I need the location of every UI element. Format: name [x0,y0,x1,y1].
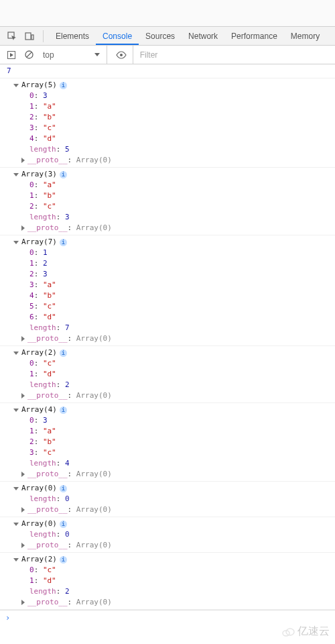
info-icon[interactable]: i [60,350,67,357]
array-length: length: 3 [29,212,332,223]
log-array: Array(0)ilength: 0__proto__: Array(0) [0,482,335,517]
array-proto[interactable]: __proto__: Array(0) [29,504,332,515]
array-item: 5: "c" [29,301,332,312]
array-proto[interactable]: __proto__: Array(0) [29,333,332,344]
tab-container: ElementsConsoleSourcesNetworkPerformance… [49,28,326,45]
array-header[interactable]: Array(3)i [13,169,332,180]
array-item: 0: "c" [29,358,332,369]
array-proto[interactable]: __proto__: Array(0) [29,597,332,608]
collapse-arrow-icon [21,507,25,513]
expand-arrow-icon [13,487,19,490]
array-label: Array(5) [21,80,57,89]
tab-network[interactable]: Network [182,28,224,45]
array-item: 1: "d" [29,369,332,380]
expand-arrow-icon [13,409,19,412]
array-body: length: 0__proto__: Array(0) [13,494,332,515]
log-array: Array(4)i0: 31: "a"2: "b"3: "c"length: 4… [0,403,335,482]
array-item: 1: 2 [29,258,332,269]
array-item: 3: "c" [29,447,332,458]
array-proto[interactable]: __proto__: Array(0) [29,155,332,166]
info-icon[interactable]: i [60,171,67,178]
array-item: 3: "c" [29,123,332,133]
info-icon[interactable]: i [60,485,67,492]
console-output: 7 Array(5)i0: 31: "a"2: "b"3: "c"4: "d"l… [0,64,335,610]
collapse-arrow-icon [21,543,25,548]
array-body: 0: "a"1: "b"2: "c"length: 3__proto__: Ar… [13,180,332,233]
array-body: 0: "c"1: "d"length: 2__proto__: Array(0) [13,565,332,608]
array-item: 4: "b" [29,290,332,301]
log-array: Array(2)i0: "c"1: "d"length: 2__proto__:… [0,346,335,403]
console-prompt[interactable]: › [0,610,335,625]
array-item: 2: "c" [29,201,332,212]
array-body: 0: 31: "a"2: "b"3: "c"4: "d"length: 5__p… [13,91,332,166]
chevron-down-icon [94,53,100,56]
collapse-arrow-icon [21,336,25,341]
array-proto[interactable]: __proto__: Array(0) [29,540,332,551]
array-header[interactable]: Array(4)i [13,405,332,415]
info-icon[interactable]: i [60,239,67,246]
array-length: length: 0 [29,494,332,504]
array-item: 4: "d" [29,133,332,144]
array-label: Array(3) [21,170,57,178]
clear-icon[interactable] [21,48,36,62]
array-header[interactable]: Array(0)i [13,519,332,529]
info-icon[interactable]: i [60,521,67,528]
watermark: 亿速云 [281,625,330,625]
array-header[interactable]: Array(2)i [13,554,332,565]
info-icon[interactable]: i [60,556,67,564]
array-item: 1: "d" [29,576,332,586]
svg-rect-1 [25,33,31,40]
tab-elements[interactable]: Elements [49,28,96,45]
array-proto[interactable]: __proto__: Array(0) [29,223,332,233]
tab-memory[interactable]: Memory [284,28,326,45]
info-icon[interactable]: i [60,82,67,89]
inspect-icon[interactable] [4,28,20,44]
divider [43,30,44,42]
log-array: Array(7)i0: 11: 22: 33: "a"4: "b"5: "c"6… [0,235,335,346]
collapse-arrow-icon [21,225,25,231]
array-proto[interactable]: __proto__: Array(0) [29,390,332,401]
tab-performance[interactable]: Performance [224,28,284,45]
expand-arrow-icon [13,523,19,526]
eye-icon[interactable] [114,48,129,62]
array-header[interactable]: Array(7)i [13,237,332,248]
array-label: Array(2) [21,555,57,564]
svg-rect-2 [31,35,34,40]
console-toolbar: top [0,46,335,64]
log-array: Array(2)i0: "c"1: "d"length: 2__proto__:… [0,553,335,610]
array-length: length: 0 [29,529,332,540]
array-length: length: 7 [29,323,332,333]
array-item: 1: "b" [29,191,332,201]
array-item: 0: 3 [29,415,332,426]
array-item: 2: "b" [29,437,332,447]
collapse-arrow-icon [21,472,25,477]
array-header[interactable]: Array(2)i [13,347,332,358]
device-icon[interactable] [21,28,38,44]
array-proto[interactable]: __proto__: Array(0) [29,469,332,480]
array-item: 6: "d" [29,312,332,323]
array-body: 0: 31: "a"2: "b"3: "c"length: 4__proto__… [13,415,332,480]
svg-line-5 [26,52,31,58]
array-item: 1: "a" [29,101,332,112]
context-selector[interactable]: top [39,46,107,64]
expand-arrow-icon [13,352,19,355]
collapse-arrow-icon [21,393,25,398]
array-item: 0: 3 [29,91,332,101]
array-label: Array(4) [21,405,57,414]
info-icon[interactable]: i [60,407,67,414]
array-header[interactable]: Array(0)i [13,483,332,494]
expand-arrow-icon [13,173,19,176]
array-length: length: 2 [29,586,332,597]
svg-point-6 [120,54,123,56]
array-length: length: 2 [29,380,332,390]
filter-input[interactable] [136,49,335,61]
array-item: 0: "c" [29,565,332,576]
play-icon[interactable] [4,48,19,62]
array-item: 2: "b" [29,112,332,123]
tab-console[interactable]: Console [96,28,139,45]
array-header[interactable]: Array(5)i [13,80,332,91]
window-titlebar [0,0,335,27]
array-label: Array(2) [21,348,57,357]
tab-sources[interactable]: Sources [139,28,182,45]
array-item: 1: "a" [29,426,332,437]
